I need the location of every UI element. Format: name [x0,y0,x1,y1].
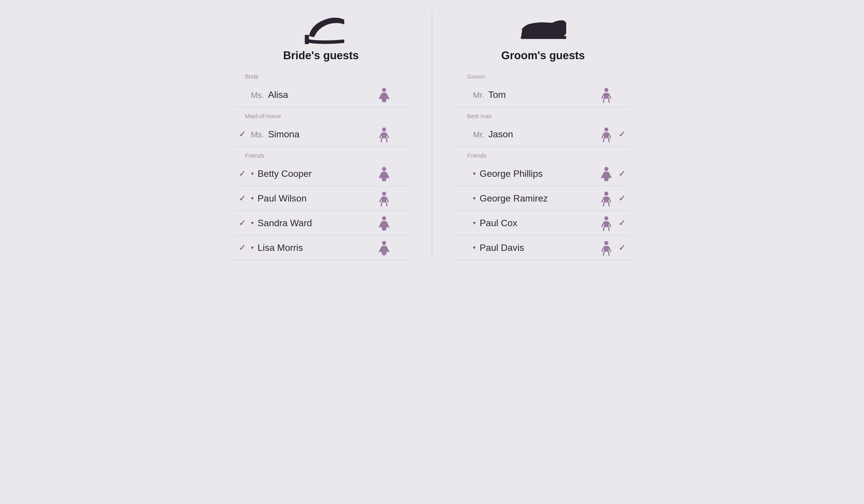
section-label: Best man [456,113,631,120]
svg-line-57 [602,247,604,251]
bride-header: Bride's guests [233,12,409,62]
svg-line-28 [603,99,604,103]
bride-column: Bride's guests Bride✓Ms. Alisa ✓Maid-of-… [216,12,426,260]
bride-shoe-icon [298,12,344,47]
female-person-icon [379,241,389,255]
guest-name: Paul Wilson [258,193,379,204]
check-left[interactable]: ✓ [237,243,248,253]
svg-rect-14 [382,197,386,202]
check-left[interactable]: ✓ [237,194,248,203]
male-person-icon [379,191,389,205]
svg-rect-33 [604,132,609,138]
svg-line-43 [603,202,604,206]
svg-rect-25 [521,36,566,39]
check-right[interactable]: ✓ [616,169,628,179]
svg-line-31 [609,94,611,98]
svg-line-35 [609,138,609,142]
dropdown-arrow[interactable]: ▾ [251,170,254,177]
svg-line-9 [386,134,388,138]
svg-line-51 [602,222,604,226]
bride-column-title: Bride's guests [283,49,359,62]
svg-rect-27 [604,93,609,99]
section-label: Bride [233,73,409,80]
section-label: Friends [456,152,631,159]
svg-point-1 [382,88,386,92]
svg-line-37 [609,134,611,138]
dropdown-arrow[interactable]: ▾ [473,170,476,177]
guest-name: George Phillips [480,168,601,179]
dropdown-arrow[interactable]: ▾ [251,244,254,251]
section-label: Friends [233,152,409,159]
guest-row: ✓▾Lisa Morris ✓ [233,235,409,260]
dropdown-arrow[interactable]: ▾ [251,195,254,201]
dropdown-arrow[interactable]: ▾ [473,244,476,251]
guest-name: Ms. Alisa [251,89,379,100]
guest-row: ✓▾Paul Cox ✓ [456,211,631,235]
main-container: Bride's guests Bride✓Ms. Alisa ✓Maid-of-… [216,12,648,260]
section-label: Maid-of-honor [233,113,409,120]
svg-point-41 [604,192,608,196]
svg-line-45 [602,198,604,202]
svg-line-29 [609,99,609,103]
svg-point-19 [382,216,386,220]
guest-row: ✓▾Betty Cooper ✓ [233,161,409,186]
check-left[interactable]: ✓ [237,130,248,139]
svg-rect-5 [382,132,386,138]
female-person-icon [379,88,389,102]
svg-line-34 [603,138,604,142]
check-left[interactable]: ✓ [237,218,248,228]
guest-row: ✓▾Paul Davis ✓ [456,235,631,260]
male-person-icon [601,241,612,255]
svg-point-22 [382,241,386,245]
male-person-icon [601,191,612,205]
svg-line-36 [602,134,604,138]
guest-name: Mr. Tom [473,89,601,100]
svg-line-8 [380,134,382,138]
check-left[interactable]: ✓ [237,169,248,179]
check-right[interactable]: ✓ [616,218,628,228]
female-person-icon [601,167,612,181]
dropdown-arrow[interactable]: ▾ [251,220,254,226]
guest-row: ✓▾Paul Wilson ✓ [233,186,409,211]
svg-line-6 [381,138,382,142]
svg-line-44 [609,202,609,206]
svg-point-4 [382,127,386,132]
svg-line-30 [602,94,604,98]
groom-header: Groom's guests [456,12,631,62]
guest-name: Paul Cox [480,218,601,229]
svg-point-26 [604,88,608,92]
column-divider [432,12,432,260]
guest-row: ✓Ms. Simona ✓ [233,122,409,147]
svg-line-16 [386,202,387,206]
svg-rect-54 [604,246,609,252]
check-right[interactable]: ✓ [616,194,628,203]
guest-row: ✓▾Sandra Ward ✓ [233,211,409,235]
groom-sections: Groom✓Mr. Tom ✓Best man✓Mr. Jason ✓Frien… [456,73,631,260]
groom-column: Groom's guests Groom✓Mr. Tom ✓Best man✓M… [438,12,648,260]
guest-row: ✓Ms. Alisa ✓ [233,83,409,107]
svg-line-49 [603,227,604,231]
male-person-icon [601,127,612,141]
guest-name: Betty Cooper [258,168,379,179]
check-right[interactable]: ✓ [616,243,628,253]
dropdown-arrow[interactable]: ▾ [473,195,476,201]
svg-point-10 [382,167,386,171]
dropdown-arrow[interactable]: ▾ [473,220,476,226]
check-right[interactable]: ✓ [616,130,628,139]
svg-rect-42 [604,197,609,202]
guest-name: Mr. Jason [473,129,601,140]
guest-name: Paul Davis [480,243,601,253]
section-label: Groom [456,73,631,80]
svg-line-18 [386,198,388,202]
guest-name: George Ramirez [480,193,601,204]
guest-row: ✓Mr. Tom ✓ [456,83,631,107]
groom-column-title: Groom's guests [501,49,585,62]
male-person-icon [601,216,612,230]
guest-name: Sandra Ward [258,218,379,229]
bride-sections: Bride✓Ms. Alisa ✓Maid-of-honor✓Ms. Simon… [233,73,409,260]
male-person-icon [601,88,612,102]
svg-line-56 [609,252,609,256]
female-person-icon [379,167,389,181]
svg-point-32 [604,127,608,132]
svg-point-38 [604,167,608,171]
